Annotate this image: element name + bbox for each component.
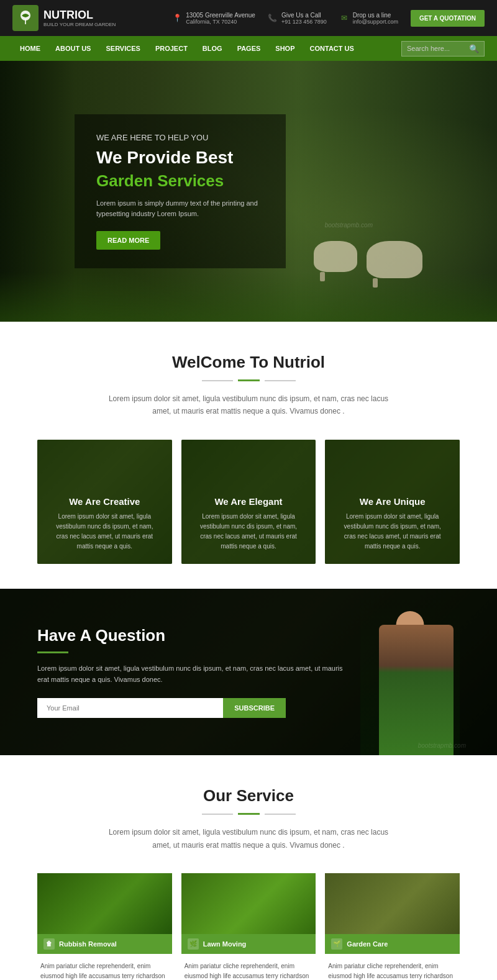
contacts: 📍 13005 Greenville Avenue California, TX…: [172, 10, 485, 27]
card-creative-title: We Are Creative: [50, 496, 160, 507]
logo-name: NUTRIOL: [43, 9, 116, 22]
search-button[interactable]: 🔍: [469, 44, 479, 53]
hero-subtitle: WE ARE HERE TO HELP YOU: [96, 133, 264, 142]
service-card-garden: 🌱 Garden Care Anim pariatur cliche repre…: [325, 873, 460, 980]
service-label-lawn: 🌿 Lawn Moving: [181, 934, 316, 954]
email-text: Drop us a line info@support.com: [353, 12, 398, 25]
service-desc-rubbish: Anim pariatur cliche reprehenderit, enim…: [37, 954, 172, 980]
nav-item-shop[interactable]: SHOP: [268, 36, 302, 61]
welcome-description: Lorem ipsum dolor sit amet, ligula vesti…: [99, 392, 398, 418]
rubbish-icon: 🗑: [43, 938, 55, 950]
logo-icon: [12, 5, 39, 31]
nav-item-about[interactable]: ABOUT US: [48, 36, 98, 61]
hero-section: bootstrapmb.com WE ARE HERE TO HELP YOU …: [0, 61, 497, 322]
nav-list: HOME ABOUT US SERVICES PROJECT BLOG PAGE…: [12, 36, 401, 61]
card-creative: We Are Creative Lorem ipsum dolor sit am…: [37, 440, 172, 564]
nav-item-contact[interactable]: CONTACT US: [303, 36, 362, 61]
hero-sheep-group: [314, 241, 422, 284]
card-creative-overlay: We Are Creative Lorem ipsum dolor sit am…: [37, 440, 172, 564]
card-unique: We Are Unique Lorem ipsum dolor sit amet…: [325, 440, 460, 564]
service-divider-green: [238, 813, 260, 815]
nav-item-project[interactable]: PROJECT: [148, 36, 195, 61]
logo-text-group: NUTRIOL BUILD YOUR DREAM GARDEN: [43, 9, 116, 27]
email-contact: ✉ Drop us a line info@support.com: [339, 12, 398, 25]
main-nav: HOME ABOUT US SERVICES PROJECT BLOG PAGE…: [0, 36, 497, 61]
hero-title-green: Garden Services: [96, 171, 264, 191]
address-contact: 📍 13005 Greenville Avenue California, TX…: [172, 12, 255, 25]
header: NUTRIOL BUILD YOUR DREAM GARDEN 📍 13005 …: [0, 0, 497, 61]
garden-icon: 🌱: [331, 938, 342, 950]
divider-green: [238, 379, 260, 381]
hero-watermark: bootstrapmb.com: [325, 222, 373, 229]
subscribe-button[interactable]: SUBSCRIBE: [223, 698, 286, 718]
phone-text: Give Us a Call +91 123 456 7890: [281, 12, 327, 25]
question-content: Have A Question Lorem ipsum dolor sit am…: [37, 626, 348, 718]
service-desc-garden: Anim pariatur cliche reprehenderit, enim…: [325, 954, 460, 980]
subscribe-row: SUBSCRIBE: [37, 698, 286, 718]
phone-contact: 📞 Give Us a Call +91 123 456 7890: [268, 12, 327, 25]
email-icon: ✉: [339, 13, 349, 23]
service-label-garden: 🌱 Garden Care: [325, 934, 460, 954]
service-card-rubbish: 🗑 Rubbish Removal Anim pariatur cliche r…: [37, 873, 172, 980]
top-bar: NUTRIOL BUILD YOUR DREAM GARDEN 📍 13005 …: [0, 0, 497, 36]
service-divider-left: [202, 814, 233, 815]
hero-grass-overlay: [0, 272, 497, 322]
welcome-cards: We Are Creative Lorem ipsum dolor sit am…: [37, 440, 460, 564]
card-creative-text: Lorem ipsum dolor sit amet, ligula vesti…: [50, 512, 160, 551]
question-description: Lorem ipsum dolor sit amet, ligula vesti…: [37, 663, 348, 686]
sheep-2: [367, 241, 422, 278]
service-img-rubbish: 🗑 Rubbish Removal: [37, 873, 172, 954]
divider-line-right: [265, 380, 296, 381]
card-elegant-text: Lorem ipsum dolor sit amet, ligula vesti…: [194, 512, 304, 551]
service-title: Our Service: [37, 786, 460, 805]
card-unique-overlay: We Are Unique Lorem ipsum dolor sit amet…: [325, 440, 460, 564]
read-more-button[interactable]: READ MORE: [96, 231, 160, 250]
nav-item-services[interactable]: SERVICES: [98, 36, 147, 61]
service-label-rubbish: 🗑 Rubbish Removal: [37, 934, 172, 954]
card-elegant-title: We Are Elegant: [194, 496, 304, 507]
man-body: [379, 625, 454, 755]
sheep-1: [314, 241, 357, 272]
service-divider-right: [265, 814, 296, 815]
nav-item-home[interactable]: HOME: [12, 36, 48, 61]
hero-content: WE ARE HERE TO HELP YOU We Provide Best …: [75, 114, 286, 268]
service-img-lawn: 🌿 Lawn Moving: [181, 873, 316, 954]
question-title: Have A Question: [37, 626, 348, 645]
nav-item-blog[interactable]: BLOG: [195, 36, 230, 61]
location-icon: 📍: [172, 13, 182, 23]
card-elegant: We Are Elegant Lorem ipsum dolor sit ame…: [181, 440, 316, 564]
card-unique-title: We Are Unique: [337, 496, 447, 507]
welcome-section: WelCome To Nutriol Lorem ipsum dolor sit…: [0, 322, 497, 589]
service-img-garden: 🌱 Garden Care: [325, 873, 460, 954]
question-underline: [37, 651, 68, 653]
service-divider: [37, 813, 460, 815]
search-input[interactable]: [407, 45, 469, 52]
logo-area: NUTRIOL BUILD YOUR DREAM GARDEN: [12, 5, 116, 31]
divider-line-left: [202, 380, 233, 381]
phone-icon: 📞: [268, 13, 278, 23]
card-elegant-overlay: We Are Elegant Lorem ipsum dolor sit ame…: [181, 440, 316, 564]
service-desc-lawn: Anim pariatur cliche reprehenderit, enim…: [181, 954, 316, 980]
man-figure-area: [360, 595, 460, 755]
svg-rect-1: [25, 19, 26, 24]
logo-sub: BUILD YOUR DREAM GARDEN: [43, 22, 116, 27]
search-box[interactable]: 🔍: [401, 41, 485, 57]
quotation-button[interactable]: GET A QUOTATION: [411, 10, 485, 27]
email-input[interactable]: [37, 698, 223, 718]
hero-title: We Provide Best: [96, 147, 264, 168]
service-section: Our Service Lorem ipsum dolor sit amet, …: [0, 755, 497, 980]
nav-item-pages[interactable]: PAGES: [230, 36, 268, 61]
address-text: 13005 Greenville Avenue California, TX 7…: [186, 12, 255, 25]
welcome-divider: [50, 379, 447, 381]
hero-description: Lorem ipsum is simply dummy text of the …: [96, 198, 264, 220]
service-cards-grid: 🗑 Rubbish Removal Anim pariatur cliche r…: [37, 873, 460, 980]
question-section: Have A Question Lorem ipsum dolor sit am…: [0, 589, 497, 755]
card-unique-text: Lorem ipsum dolor sit amet, ligula vesti…: [337, 512, 447, 551]
lawn-icon: 🌿: [188, 938, 199, 950]
question-watermark: bootstrapmb.com: [418, 742, 466, 749]
service-description: Lorem ipsum dolor sit amet, ligula vesti…: [99, 826, 398, 851]
service-card-lawn: 🌿 Lawn Moving Anim pariatur cliche repre…: [181, 873, 316, 980]
welcome-title: WelCome To Nutriol: [50, 353, 447, 372]
